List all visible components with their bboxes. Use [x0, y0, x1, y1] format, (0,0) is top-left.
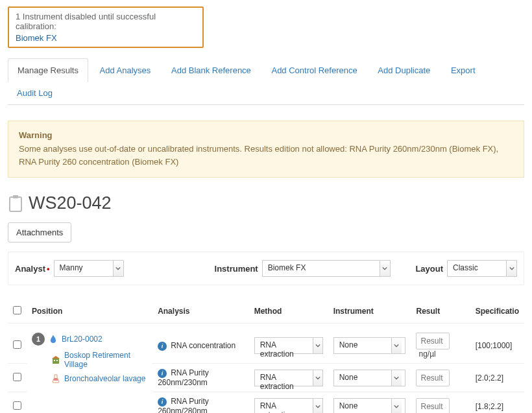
- building-icon: [51, 355, 60, 364]
- chevron-down-icon: [313, 370, 322, 386]
- row-checkbox[interactable]: [13, 401, 21, 410]
- location-link[interactable]: Boskop Retirement Village: [64, 351, 147, 369]
- col-instrument: Instrument: [328, 301, 411, 324]
- attachments-button[interactable]: Attachments: [8, 222, 71, 242]
- row-checkbox[interactable]: [13, 373, 21, 381]
- instrument-label: Instrument: [215, 264, 258, 274]
- tab-audit-log[interactable]: Audit Log: [8, 82, 62, 104]
- info-icon[interactable]: i: [158, 342, 167, 351]
- method-select[interactable]: RNA extraction: [254, 337, 323, 354]
- results-table: Position Analysis Method Instrument Resu…: [8, 301, 524, 413]
- clipboard-icon: [8, 195, 23, 213]
- droplet-icon: [49, 335, 58, 344]
- tab-add-blank-reference[interactable]: Add Blank Reference: [162, 59, 260, 82]
- layout-field: Layout Classic: [415, 260, 517, 277]
- warning-panel: Warning Some analyses use out-of-date or…: [8, 121, 524, 178]
- svg-rect-4: [56, 360, 58, 361]
- position-badge: 1: [32, 333, 45, 346]
- chevron-down-icon: [391, 399, 402, 414]
- chevron-down-icon: [391, 370, 402, 386]
- svg-rect-2: [53, 359, 59, 364]
- result-input[interactable]: [416, 333, 450, 349]
- chevron-down-icon: [391, 338, 402, 353]
- row-instrument-select[interactable]: None: [333, 337, 406, 354]
- chevron-down-icon: [313, 399, 322, 414]
- chevron-down-icon: [313, 338, 322, 353]
- col-result: Result: [411, 301, 470, 324]
- layout-label: Layout: [415, 264, 443, 274]
- alert-instrument-link[interactable]: Biomek FX: [16, 33, 57, 43]
- analysis-name: RNA concentration: [171, 341, 236, 350]
- svg-rect-1: [13, 195, 18, 198]
- row-instrument-select[interactable]: None: [333, 398, 406, 414]
- info-icon[interactable]: i: [158, 397, 167, 407]
- chevron-down-icon: [380, 261, 390, 276]
- table-row: 1 BrL20-0002 Boskop Retirement Village B…: [8, 324, 524, 364]
- flask-icon: [51, 374, 60, 383]
- analyst-select[interactable]: Manny: [54, 260, 124, 277]
- calibration-alert: 1 Instrument disabled until successful c…: [8, 6, 204, 48]
- chevron-down-icon: [113, 261, 123, 276]
- select-all-checkbox[interactable]: [13, 306, 21, 314]
- warning-text: Some analyses use out-of-date or uncalib…: [19, 143, 513, 168]
- row-checkbox[interactable]: [13, 340, 21, 349]
- col-position: Position: [27, 301, 152, 324]
- col-specification: Specificatio: [470, 301, 524, 324]
- spec-value: [1.8;2.2]: [470, 392, 524, 414]
- unit-label: ng/µl: [418, 349, 435, 359]
- col-analysis: Analysis: [152, 301, 249, 324]
- warning-title: Warning: [19, 130, 513, 140]
- method-select[interactable]: RNA extraction: [254, 398, 323, 414]
- method-select[interactable]: RNA extraction: [254, 370, 323, 386]
- result-input[interactable]: [416, 398, 450, 414]
- tab-export[interactable]: Export: [442, 59, 485, 82]
- tab-add-analyses[interactable]: Add Analyses: [91, 59, 160, 82]
- chevron-down-icon: [506, 261, 516, 276]
- info-icon[interactable]: i: [158, 369, 167, 378]
- alert-message: 1 Instrument disabled until successful c…: [16, 12, 196, 31]
- instrument-field: Instrument Biomek FX: [215, 260, 391, 277]
- col-method: Method: [249, 301, 328, 324]
- analyst-field: Analyst• Manny: [15, 260, 124, 277]
- tab-manage-results[interactable]: Manage Results: [8, 58, 88, 82]
- instrument-select[interactable]: Biomek FX: [262, 260, 391, 277]
- spec-value: [100;1000]: [470, 324, 524, 364]
- tab-add-control-reference[interactable]: Add Control Reference: [262, 59, 366, 82]
- svg-rect-3: [54, 360, 55, 361]
- svg-rect-0: [10, 197, 21, 211]
- analyst-label: Analyst•: [15, 264, 50, 274]
- page-title: WS20-042: [29, 193, 112, 213]
- row-instrument-select[interactable]: None: [333, 370, 406, 386]
- sample-link[interactable]: BrL20-0002: [62, 335, 103, 344]
- spec-value: [2.0;2.2]: [470, 364, 524, 392]
- tab-add-duplicate[interactable]: Add Duplicate: [369, 59, 439, 82]
- tab-bar: Manage Results Add Analyses Add Blank Re…: [8, 58, 524, 105]
- layout-select[interactable]: Classic: [447, 260, 517, 277]
- result-input[interactable]: [416, 370, 450, 386]
- sample-type-link[interactable]: Bronchoalveolar lavage: [64, 374, 145, 383]
